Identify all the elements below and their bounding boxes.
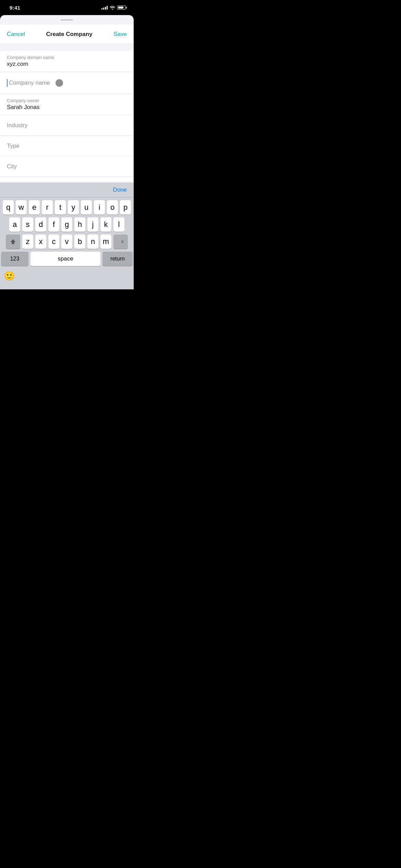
form-container: Company domain name xyz.com Company name… (0, 51, 134, 177)
owner-value: Sarah Jonas (7, 104, 127, 111)
key-p[interactable]: p (120, 200, 131, 215)
company-name-dot (56, 79, 63, 87)
return-key[interactable]: return (102, 252, 133, 266)
key-k[interactable]: k (100, 217, 111, 232)
key-f[interactable]: f (48, 217, 59, 232)
key-q[interactable]: q (3, 200, 14, 215)
keyboard-row-2: a s d f g h j k l (1, 217, 133, 232)
key-g[interactable]: g (61, 217, 72, 232)
signal-icon (101, 5, 108, 10)
key-v[interactable]: v (61, 234, 72, 249)
backspace-key[interactable] (113, 234, 128, 249)
key-t[interactable]: t (55, 200, 66, 215)
shift-key[interactable] (6, 234, 20, 249)
wifi-icon (110, 5, 115, 10)
domain-value: xyz.com (7, 61, 127, 68)
city-placeholder: City (7, 163, 127, 170)
key-u[interactable]: u (81, 200, 92, 215)
keyboard-row-3: z x c v b n m (1, 234, 133, 249)
key-c[interactable]: c (48, 234, 59, 249)
page-title: Create Company (46, 31, 93, 38)
keyboard-row-5: 🙂 (1, 269, 133, 283)
key-n[interactable]: n (87, 234, 98, 249)
keyboard-row-4: 123 space return (1, 252, 133, 266)
city-field[interactable]: City (0, 156, 134, 177)
key-l[interactable]: l (113, 217, 124, 232)
company-name-field[interactable]: Company name (0, 72, 134, 94)
company-name-input[interactable]: Company name (7, 79, 50, 87)
cancel-button[interactable]: Cancel (7, 31, 25, 38)
industry-placeholder: Industry (7, 122, 127, 129)
key-w[interactable]: w (16, 200, 27, 215)
key-m[interactable]: m (100, 234, 111, 249)
battery-icon (117, 5, 127, 10)
keyboard-toolbar: Done (0, 182, 134, 197)
status-bar: 9:41 (0, 0, 134, 15)
key-a[interactable]: a (9, 217, 20, 232)
domain-label: Company domain name (7, 55, 127, 60)
keyboard-row-1: q w e r t y u i o p (1, 200, 133, 215)
company-name-placeholder: Company name (9, 80, 50, 86)
space-key[interactable]: space (31, 252, 100, 266)
form-bottom-space (0, 177, 134, 182)
keyboard: q w e r t y u i o p a s d f g h j k l z … (0, 197, 134, 285)
key-y[interactable]: y (68, 200, 79, 215)
key-b[interactable]: b (74, 234, 85, 249)
key-h[interactable]: h (74, 217, 85, 232)
key-o[interactable]: o (107, 200, 118, 215)
numbers-key[interactable]: 123 (1, 252, 28, 266)
cursor (7, 79, 8, 87)
nav-bar: Cancel Create Company Save (0, 25, 134, 44)
key-d[interactable]: d (35, 217, 46, 232)
keyboard-done-button[interactable]: Done (113, 186, 127, 193)
industry-field[interactable]: Industry (0, 115, 134, 136)
owner-label: Company owner (7, 98, 127, 103)
emoji-key[interactable]: 🙂 (4, 269, 15, 283)
key-x[interactable]: x (35, 234, 46, 249)
domain-field[interactable]: Company domain name xyz.com (0, 51, 134, 72)
sheet-handle-area (0, 15, 134, 25)
type-placeholder: Type (7, 143, 127, 149)
owner-field[interactable]: Company owner Sarah Jonas (0, 94, 134, 115)
bottom-bar (0, 285, 134, 289)
key-r[interactable]: r (42, 200, 53, 215)
key-e[interactable]: e (29, 200, 40, 215)
save-button[interactable]: Save (113, 31, 127, 38)
status-time: 9:41 (10, 5, 20, 11)
key-z[interactable]: z (22, 234, 33, 249)
type-field[interactable]: Type (0, 136, 134, 156)
key-i[interactable]: i (94, 200, 105, 215)
status-icons (101, 5, 127, 10)
section-divider (0, 44, 134, 51)
key-s[interactable]: s (22, 217, 33, 232)
sheet-handle (61, 19, 73, 21)
key-j[interactable]: j (87, 217, 98, 232)
